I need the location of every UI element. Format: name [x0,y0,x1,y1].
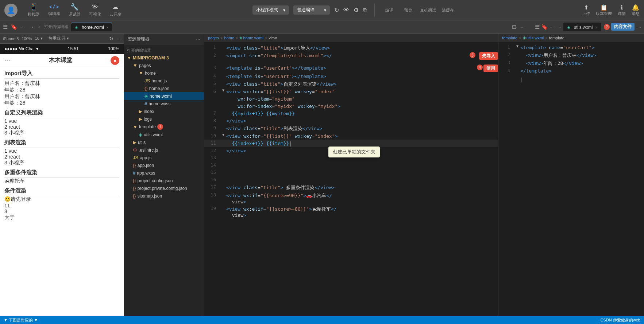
code-line-9: 9 <view class="title">列表渲染</view> [204,124,498,132]
tab-home-wxml-label: home.wxml [82,25,104,30]
settings-btn[interactable]: ⚙ [354,7,359,13]
preview-btn[interactable]: 预览 [401,7,416,13]
file-app-json[interactable]: {} app.json [124,161,204,169]
real-test-btn[interactable]: 真机调试 [420,7,436,13]
phone-list-1: 1 vue [4,148,119,154]
avatar[interactable]: 👤 [4,4,18,17]
file-home-wxss[interactable]: # home.wxss [124,100,204,108]
file-app-js[interactable]: JS app.js [124,154,204,161]
folder-logs[interactable]: ▶ logs [124,115,204,123]
index-label: index [144,109,154,114]
content-files-badge: 2 [604,24,610,30]
file-home-wxml[interactable]: ◈ home.wxml [124,92,204,100]
right-breadcrumb-template[interactable]: template [502,36,517,40]
close-tab-utils[interactable]: × [595,25,597,30]
fold-10[interactable]: ▼ [220,133,226,137]
file-utils-wxml[interactable]: ◈ utils.wxml [124,131,204,138]
right-code-line-1: 1 ▼ <template name="userCart"> [498,44,644,51]
back-icon[interactable]: ← [20,24,26,30]
messages-btn[interactable]: 🔔 消息 [632,4,640,16]
filetree-more-icon[interactable]: ··· [196,36,200,42]
right-bookmark-icon[interactable]: 🔖 [541,24,548,30]
home-json-label: home.json [149,86,169,91]
bottom-right-text: CSDN @爱健身的web [600,317,640,323]
file-project-config[interactable]: {} project.config.json [124,177,204,184]
utils-label: utils [138,140,146,145]
file-home-json[interactable]: {} home.json [124,85,204,92]
phone-motorcycle: 🏍摩托车 [4,178,119,184]
project-folder-icon: ▼ [127,55,131,60]
right-breadcrumb-template-tag: template [549,36,564,40]
phone-signal-icon: ●●●●● [4,46,18,51]
phone-custom-list-3: 3 小程序 [4,130,119,136]
phone-device-label: iPhone 5 [3,36,19,41]
file-app-wxss[interactable]: # app.wxss [124,169,204,177]
version-mgr-btn[interactable]: 📋 版本管理 [596,4,612,16]
compile-dropdown[interactable]: 普通编译 ▾ [293,5,330,15]
code-line-6-cont1: wx:for-item="myitem" [204,95,498,102]
layers-btn[interactable]: ⧉ [363,7,367,13]
code-line-6-cont2: wx:for-index="myidx" wx:key="myidx"> [204,102,498,110]
mode-dropdown[interactable]: 小程序模式 ▾ [252,5,289,15]
breadcrumb-pages[interactable]: pages [208,36,219,40]
code-line-1: 1 <view class="title">import导入</view> [204,44,498,52]
editor-label: 编辑器 [48,11,60,16]
phone-user2-name: 用户名：曾庆林 [4,93,119,100]
refresh-btn[interactable]: ↻ [334,7,339,13]
right-editor-body[interactable]: 1 ▼ <template name="userCart"> 2 <view>用… [498,42,644,324]
file-sitemap[interactable]: {} sitemap.json [124,192,204,200]
tooltip-text: 创建已单独的文件夹 [333,149,375,155]
file-eslintrc[interactable]: ⚙ .eslintrc.js [124,146,204,154]
folder-utils[interactable]: ▶ utils [124,138,204,146]
project-label: MINIPROGRAM-3 [133,55,169,60]
code-line-14: 14 [204,161,498,169]
folder-pages[interactable]: ▼ pages [124,62,204,69]
hamburger-icon[interactable]: ☰ [3,24,8,30]
folder-template[interactable]: ▼ template 1 [124,123,204,131]
right-fold-1[interactable]: ▼ [514,44,520,48]
tab-utils-wxml[interactable]: ◈ utils.wxml × [563,23,601,31]
clear-cache-btn[interactable]: 清缓存 [440,7,455,13]
open-editors-section[interactable]: 打开的编辑器 [124,47,204,54]
simulator-btn[interactable]: 📱 模拟器 [26,3,42,17]
project-root[interactable]: ▼ MINIPROGRAM-3 [124,54,204,62]
breadcrumb-home-wxml[interactable]: ◈ home.wxml [239,35,263,40]
editor-btn[interactable]: </> 编辑器 [46,4,62,16]
compile-action-btn[interactable]: 编译 [382,7,397,13]
code-line-19: 19 <view wx:elif="{{score>=80}}">🏍摩托车</ … [204,205,498,218]
split-editor-icon[interactable]: ⊟ [512,24,517,30]
tab-home-wxml[interactable]: ◈ home.wxml × [71,23,112,31]
fold-6[interactable]: ▼ [220,88,226,92]
folder-index[interactable]: ▶ index [124,108,204,115]
visualize-btn[interactable]: 👁 可视化 [87,3,103,17]
folder-home[interactable]: ▼ home [124,69,204,77]
forward-icon[interactable]: → [29,24,34,30]
breadcrumb-home[interactable]: home [224,36,234,40]
right-breadcrumb: template > ◈ utils.wxml > template [498,34,644,42]
logs-label: logs [144,117,152,122]
upload-btn[interactable]: ⬆ 上传 [582,4,590,16]
right-more-icon[interactable]: ··· [637,24,641,30]
main-editor-body[interactable]: 1 <view class="title">import导入</view> 2 … [204,42,498,324]
code-line-17: 17 <view class="title"> 多重条件渲染</view> [204,183,498,191]
eye-btn[interactable]: 👁 [343,7,349,13]
right-hamburger-icon[interactable]: ☰ [535,24,540,30]
details-btn[interactable]: ℹ 详情 [618,4,626,16]
phone-refresh-icon[interactable]: ↻ [109,36,113,42]
phone-more-icon[interactable]: ··· [116,36,121,42]
toolbar-center: 小程序模式 ▾ 普通编译 ▾ ↻ 👁 ⚙ ⧉ 编译 预览 真机调试 [126,4,582,17]
phone-nav-bar: ··· 木木课堂 ● [0,54,124,67]
file-home-js[interactable]: JS home.js [124,77,204,85]
right-forward-icon[interactable]: → [556,24,562,30]
file-project-private[interactable]: {} project.private.config.json [124,184,204,192]
home-wxss-label: home.wxss [149,101,170,106]
tab-more-icon[interactable]: ··· [521,24,525,30]
bookmark-icon[interactable]: 🔖 [11,24,18,30]
cloud-btn[interactable]: ☁ 云开发 [107,3,123,17]
project-config-label: project.config.json [138,178,173,183]
debugger-btn[interactable]: 🔧 调试器 [66,3,82,17]
right-breadcrumb-utils-wxml[interactable]: ◈ utils.wxml [523,35,544,40]
phone-back-icon[interactable]: ··· [4,56,11,65]
close-tab-home[interactable]: × [106,25,108,30]
right-back-icon[interactable]: ← [549,24,555,30]
